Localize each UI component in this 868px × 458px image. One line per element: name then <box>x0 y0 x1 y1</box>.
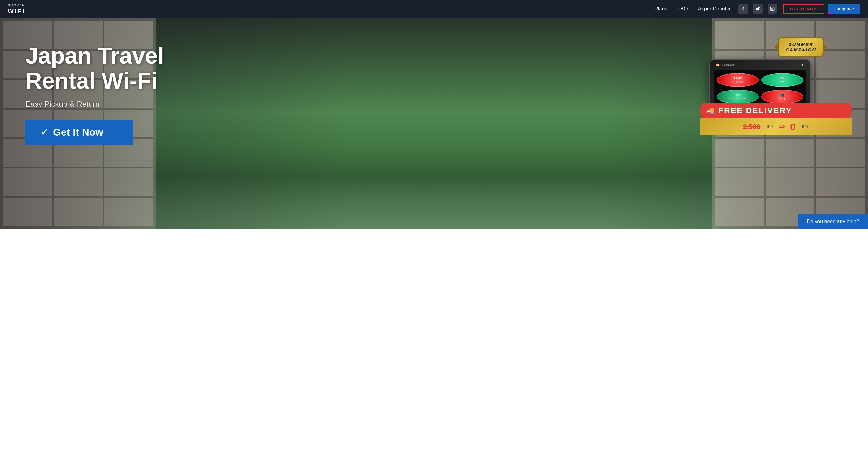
hero-title: Japan Travel Rental Wi-Fi <box>25 43 434 93</box>
hero-content: Japan Travel Rental Wi-Fi Easy Pickup & … <box>0 18 434 229</box>
logo-brand: PuPuRu WiFi <box>8 3 25 15</box>
hero-cta-label: Get It Now <box>53 126 103 138</box>
hero-left: Japan Travel Rental Wi-Fi Easy Pickup & … <box>25 37 434 144</box>
check-icon: ✓ <box>41 127 48 137</box>
hero-section: Japan Travel Rental Wi-Fi Easy Pickup & … <box>0 18 434 229</box>
hero-cta-button[interactable]: ✓ Get It Now <box>25 120 133 144</box>
navbar: PuPuRu WiFi Plans FAQ AirportCounter GET <box>0 0 434 18</box>
hero-subtitle: Easy Pickup & Return <box>25 100 434 109</box>
logo[interactable]: PuPuRu WiFi <box>8 3 25 15</box>
